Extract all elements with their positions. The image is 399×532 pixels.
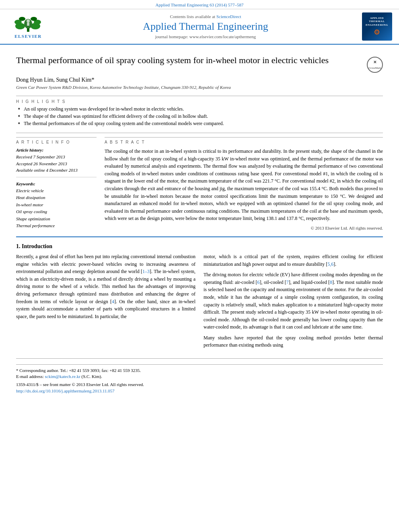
contents-available-text: Contents lists available at: [170, 14, 215, 19]
ref-1-3[interactable]: 1–3: [142, 269, 150, 274]
journal-header: ELSEVIER Contents lists available at Sci…: [0, 9, 399, 45]
journal-center-info: Contents lists available at ScienceDirec…: [52, 14, 359, 39]
keyword-6: Thermal performance: [16, 222, 97, 230]
authors-line: Dong Hyun Lim, Sung Chul Kim*: [16, 77, 383, 83]
keyword-1: Electric vehicle: [16, 187, 97, 195]
intro-right-text-1: motor, which is a critical part of the s…: [204, 253, 383, 268]
ref-4[interactable]: 4: [112, 299, 114, 304]
sciencedirect-link[interactable]: ScienceDirect: [216, 14, 241, 19]
keyword-5: Shape optimization: [16, 216, 97, 223]
ref-5-6[interactable]: 5,6: [327, 261, 333, 267]
copyright-line: © 2013 Elsevier Ltd. All rights reserved…: [105, 226, 383, 230]
crossmark-label: ✕CrossMark: [368, 60, 381, 70]
intro-columns: Recently, a great deal of effort has bee…: [16, 253, 383, 352]
divider-1: [16, 96, 383, 96]
svg-point-8: [27, 19, 30, 23]
divider-2: [16, 133, 383, 133]
highlight-item-1: An oil spray cooling system was develope…: [18, 106, 383, 112]
affiliation: Green Car Power System R&D Division, Kor…: [16, 85, 383, 90]
article-info-header: A R T I C L E I N F O: [16, 140, 97, 144]
abstract-header: A B S T R A C T: [105, 140, 383, 144]
svg-rect-9: [27, 23, 29, 26]
keyword-3: In-wheel motor: [16, 201, 97, 209]
highlights-list: An oil spray cooling system was develope…: [16, 106, 383, 127]
highlights-section: H I G H L I G H T S An oil spray cooling…: [16, 99, 383, 127]
ref-7[interactable]: 7: [286, 279, 289, 285]
intro-left-text: Recently, a great deal of effort has bee…: [16, 253, 195, 320]
article-info-box: A R T I C L E I N F O Article history: R…: [16, 137, 97, 230]
article-title-container: Thermal performance of oil spray cooling…: [16, 55, 383, 73]
abstract-section: A B S T R A C T The cooling of the motor…: [105, 137, 383, 230]
email-line: E-mail address: sckim@katech.re.kr (S.C.…: [16, 374, 383, 379]
doi-line[interactable]: http://dx.doi.org/10.1016/j.applthermale…: [16, 388, 383, 393]
svg-point-3: [19, 17, 25, 21]
email-note: (S.C. Kim).: [82, 374, 102, 379]
keywords-label: Keywords:: [16, 181, 97, 186]
history-label: Article history:: [16, 148, 97, 152]
history-accepted: Accepted 26 November 2013: [16, 160, 97, 167]
journal-logo-right: APPLIED THERMAL ENGINEERING ⚙: [359, 12, 395, 41]
journal-title: Applied Thermal Engineering: [52, 21, 359, 33]
keywords-section: Keywords: Electric vehicle Heat dissipat…: [16, 181, 97, 230]
elsevier-logo-container: ELSEVIER: [4, 15, 52, 39]
elsevier-wordmark: ELSEVIER: [14, 34, 42, 39]
elsevier-tree-icon: [12, 15, 44, 33]
intro-right-col: motor, which is a critical part of the s…: [204, 253, 383, 352]
ref-8[interactable]: 8: [330, 279, 332, 285]
issn-line: 1359-4311/$ – see front matter © 2013 El…: [16, 382, 383, 387]
article-info-column: A R T I C L E I N F O Article history: R…: [16, 137, 97, 230]
highlight-item-2: The shape of the channel was optimized f…: [18, 113, 383, 119]
abstract-column: A B S T R A C T The cooling of the motor…: [105, 137, 383, 230]
email-label: E-mail address:: [16, 374, 44, 379]
journal-logo-icon: ⚙: [374, 28, 380, 37]
main-content: Thermal performance of oil spray cooling…: [0, 45, 399, 399]
highlight-item-3: The thermal performances of the oil spra…: [18, 121, 383, 127]
authors-text: Dong Hyun Lim, Sung Chul Kim*: [16, 77, 94, 83]
corresponding-author: * Corresponding author. Tel.: +82 41 559…: [16, 368, 383, 373]
introduction-section: 1. Introduction Recently, a great deal o…: [16, 243, 383, 352]
journal-homepage: journal homepage: www.elsevier.com/locat…: [52, 34, 359, 39]
footnote-divider: [16, 364, 383, 365]
email-address[interactable]: sckim@katech.re.kr: [45, 374, 80, 379]
section-divider-blue: [16, 236, 383, 237]
abstract-text: The cooling of the motor in an in-wheel …: [105, 148, 383, 222]
keyword-4: Oil spray cooling: [16, 208, 97, 216]
intro-left-col: Recently, a great deal of effort has bee…: [16, 253, 195, 352]
journal-logo-text: APPLIED THERMAL ENGINEERING: [366, 16, 388, 27]
intro-section-title: 1. Introduction: [16, 243, 383, 250]
history-received: Received 7 September 2013: [16, 154, 97, 160]
article-title: Thermal performance of oil spray cooling…: [16, 55, 367, 66]
highlights-header: H I G H L I G H T S: [16, 99, 383, 104]
crossmark-badge[interactable]: ✕CrossMark: [367, 57, 383, 73]
intro-right-text-3: Many studies have reported that the spra…: [204, 334, 383, 349]
footnotes: * Corresponding author. Tel.: +82 41 559…: [16, 358, 383, 393]
journal-citation: Applied Thermal Engineering 63 (2014) 57…: [156, 2, 244, 7]
intro-right-text-2: The driving motors for electric vehicle …: [204, 271, 383, 331]
svg-point-6: [31, 17, 37, 21]
copyright-footer: 1359-4311/$ – see front matter © 2013 El…: [16, 382, 383, 393]
elsevier-logo: ELSEVIER: [12, 15, 44, 39]
sciencedirect-line: Contents lists available at ScienceDirec…: [52, 14, 359, 19]
ref-6b[interactable]: 6: [257, 279, 260, 285]
history-available: Available online 4 December 2013: [16, 167, 97, 174]
journal-logo-box: APPLIED THERMAL ENGINEERING ⚙: [362, 12, 392, 41]
journal-citation-bar: Applied Thermal Engineering 63 (2014) 57…: [0, 0, 399, 9]
article-history: Article history: Received 7 September 20…: [16, 148, 97, 177]
keyword-2: Heat dissipation: [16, 194, 97, 201]
info-abstract-columns: A R T I C L E I N F O Article history: R…: [16, 137, 383, 230]
